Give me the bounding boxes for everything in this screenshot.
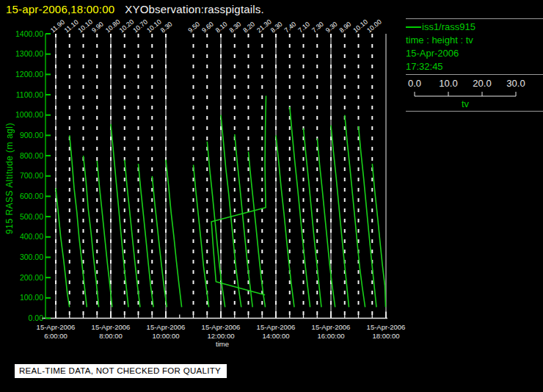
- profile-tv-label: 10.10: [351, 18, 369, 34]
- profile-tv-label: 7.30: [310, 21, 325, 35]
- legend-divider-bottom: [406, 111, 543, 112]
- rass-profile-trace: [290, 107, 310, 308]
- profile-tv-label: 10.20: [118, 18, 136, 34]
- rass-profile-trace: [194, 165, 209, 308]
- y-tick-label: 700.00: [20, 171, 43, 180]
- profile-tv-label: 8.90: [338, 21, 353, 35]
- profile-tv-label: 11.10: [63, 18, 80, 35]
- y-axis-title: 915 RASS Altitude (m agl): [4, 123, 15, 234]
- tv-scale-bracket: [415, 92, 516, 96]
- tv-scale-tick-20: 20.0: [473, 78, 491, 89]
- legend-panel: iss1/rass915 time : height : tv 15-Apr-2…: [404, 18, 543, 113]
- rass-profile-trace: [139, 164, 154, 307]
- legend-date: 15-Apr-2006: [404, 47, 543, 60]
- x-tick-date: 15-Apr-2006: [147, 323, 186, 331]
- profile-tv-label: 9.30: [324, 21, 339, 35]
- y-tick-label: 100.00: [20, 293, 43, 302]
- y-tick-label: 1200.00: [15, 70, 43, 79]
- profile-tv-label: 10.10: [145, 18, 163, 34]
- profile-tv-label: 10.00: [365, 18, 383, 34]
- x-tick-time: 18:00:00: [373, 332, 400, 340]
- quality-banner: REAL-TIME DATA, NOT CHECKED FOR QUALITY: [15, 364, 227, 378]
- x-tick-date: 15-Apr-2006: [257, 323, 296, 331]
- rass-profile-trace: [111, 124, 128, 307]
- legend-relation: time : height : tv: [404, 34, 543, 47]
- rass-profile-trace: [331, 126, 349, 308]
- profile-tv-label: 8.20: [241, 21, 256, 35]
- y-axis: 0.00100.00200.00300.00400.00500.00600.00…: [4, 29, 51, 323]
- legend-divider-top: [406, 18, 543, 19]
- y-tick-label: 400.00: [20, 232, 43, 241]
- y-tick-label: 800.00: [20, 151, 43, 160]
- x-tick-time: 8:00:00: [99, 332, 123, 340]
- rass-profile-trace: [221, 115, 241, 308]
- profile-time-dashed-lines: [56, 34, 372, 317]
- profile-tv-label: 9.60: [200, 21, 215, 35]
- profile-tv-label: 21.30: [255, 18, 273, 34]
- profile-top-labels: 11.9011.1010.109.9010.8010.2010.7010.108…: [49, 18, 383, 34]
- y-tick-label: 300.00: [20, 253, 43, 261]
- y-tick-label: 200.00: [20, 273, 43, 282]
- rass-profile-trace: [166, 160, 182, 308]
- rass-profile-trace: [317, 139, 335, 308]
- x-tick-date: 15-Apr-2006: [92, 323, 131, 331]
- tv-scale-tick-10: 10.0: [439, 78, 457, 89]
- y-tick-label: 600.00: [20, 192, 43, 200]
- app-window: 15-apr-2006,18:00:00XYObservation:rasspi…: [0, 0, 543, 392]
- x-tick-date: 15-Apr-2006: [367, 323, 406, 331]
- x-axis: 15-Apr-20066:00:0015-Apr-20068:00:0015-A…: [37, 312, 406, 349]
- x-tick-time: 6:00:00: [44, 332, 68, 340]
- profile-tv-label: 7.40: [283, 21, 298, 35]
- rass-profile-trace: [56, 188, 70, 307]
- y-tick-label: 0.00: [29, 313, 44, 322]
- profile-tv-label: 8.30: [228, 21, 243, 35]
- profile-tv-label: 9.50: [186, 21, 201, 35]
- y-tick-label: 1100.00: [16, 90, 43, 99]
- rass-profile-trace: [152, 176, 167, 307]
- y-tick-label: 1300.00: [15, 49, 43, 58]
- x-axis-title: time: [216, 340, 229, 348]
- x-tick-time: 10:00:00: [153, 332, 180, 340]
- y-tick-label: 500.00: [20, 212, 43, 221]
- x-tick-time: 12:00:00: [208, 332, 235, 340]
- rass-profile-trace: [97, 161, 112, 307]
- profile-tv-label: 7.10: [296, 21, 311, 35]
- profile-tv-label: 10.70: [131, 18, 149, 34]
- y-tick-label: 1000.00: [15, 110, 43, 119]
- x-tick-date: 15-Apr-2006: [202, 323, 241, 331]
- rass-profile-trace: [276, 135, 294, 307]
- legend-time: 17:32:45: [404, 60, 543, 73]
- profile-tv-label: 10.10: [76, 18, 94, 34]
- legend-series-row: iss1/rass915: [404, 21, 543, 34]
- x-tick-date: 15-Apr-2006: [37, 323, 76, 331]
- y-tick-label: 1400.00: [15, 29, 43, 38]
- x-tick-time: 16:00:00: [318, 332, 345, 340]
- tv-scale-tick-30: 30.0: [506, 78, 525, 89]
- x-tick-time: 14:00:00: [263, 332, 290, 340]
- profile-tv-label: 8.10: [214, 21, 229, 35]
- series-line-sample-icon: [406, 26, 421, 28]
- tv-scale-tick-0: 0.0: [408, 78, 421, 89]
- tv-scale-label: tv: [462, 98, 470, 109]
- y-tick-label: 900.00: [20, 131, 43, 139]
- profile-tv-label: 11.90: [49, 18, 66, 35]
- rass-profile-trace: [125, 160, 140, 308]
- x-tick-date: 15-Apr-2006: [312, 323, 351, 331]
- rass-profile-trace: [345, 115, 365, 308]
- legend-divider-mid: [406, 74, 543, 75]
- series-name: iss1/rass915: [422, 21, 475, 32]
- tv-scale-bar: 0.0 10.0 20.0 30.0 tv: [404, 76, 543, 110]
- profile-tv-label: 10.80: [104, 18, 122, 34]
